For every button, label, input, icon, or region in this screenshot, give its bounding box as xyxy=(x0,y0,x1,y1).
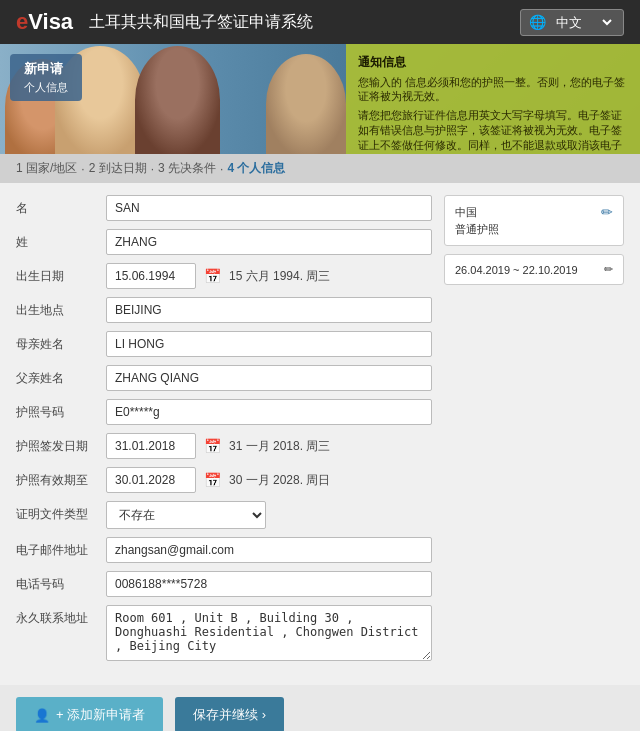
globe-icon: 🌐 xyxy=(529,14,546,30)
father-name-control xyxy=(106,365,432,391)
site-title: 土耳其共和国电子签证申请系统 xyxy=(89,12,313,33)
birth-date-row: 出生日期 📅 15 六月 1994. 周三 xyxy=(16,263,432,289)
button-row: 👤 + 添加新申请者 保存并继续 › xyxy=(0,685,640,731)
email-control xyxy=(106,537,432,563)
passport-number-input[interactable] xyxy=(106,399,432,425)
logo-visa: Visa xyxy=(28,9,73,34)
breadcrumb-step-3[interactable]: 3 先决条件 xyxy=(158,160,216,177)
breadcrumb-step-1[interactable]: 1 国家/地区 xyxy=(16,160,77,177)
address-textarea[interactable]: Room 601 , Unit B , Building 30 , Donghu… xyxy=(106,605,432,661)
person-3 xyxy=(135,46,220,154)
address-control: Room 601 , Unit B , Building 30 , Donghu… xyxy=(106,605,432,661)
mother-name-input[interactable] xyxy=(106,331,432,357)
passport-expiry-date-input[interactable] xyxy=(106,467,196,493)
address-row: 永久联系地址 Room 601 , Unit B , Building 30 ,… xyxy=(16,605,432,661)
date-edit-icon[interactable]: ✏ xyxy=(604,263,613,276)
phone-input[interactable] xyxy=(106,571,432,597)
language-selector[interactable]: 🌐 中文 English Türkçe xyxy=(520,9,624,36)
passport-issue-control: 📅 31 一月 2018. 周三 xyxy=(106,433,432,459)
passport-expiry-control: 📅 30 一月 2028. 周日 xyxy=(106,467,432,493)
new-application-badge: 新申请 个人信息 xyxy=(10,54,82,101)
phone-control xyxy=(106,571,432,597)
notice-title: 通知信息 xyxy=(358,54,628,71)
passport-issue-row: 护照签发日期 📅 31 一月 2018. 周三 xyxy=(16,433,432,459)
save-continue-button[interactable]: 保存并继续 › xyxy=(175,697,284,731)
passport-issue-calendar-icon[interactable]: 📅 xyxy=(204,438,221,454)
country-edit-icon[interactable]: ✏ xyxy=(601,204,613,220)
breadcrumb-separator-3: · xyxy=(220,162,223,176)
passport-expiry-calendar-icon[interactable]: 📅 xyxy=(204,472,221,488)
birth-date-calendar-icon[interactable]: 📅 xyxy=(204,268,221,284)
breadcrumb-step-4[interactable]: 4 个人信息 xyxy=(227,160,285,177)
mother-name-control xyxy=(106,331,432,357)
document-type-control: 不存在 身份证 其他 xyxy=(106,501,432,529)
logo-area: eVisa 土耳其共和国电子签证申请系统 xyxy=(16,9,313,35)
first-name-control xyxy=(106,195,432,221)
document-type-label: 证明文件类型 xyxy=(16,501,106,523)
date-range-card: 26.04.2019 ~ 22.10.2019 ✏ xyxy=(444,254,624,285)
email-input[interactable] xyxy=(106,537,432,563)
person-4 xyxy=(266,54,346,154)
address-label: 永久联系地址 xyxy=(16,605,106,627)
birth-place-label: 出生地点 xyxy=(16,297,106,319)
passport-number-row: 护照号码 xyxy=(16,399,432,425)
badge-subtitle: 个人信息 xyxy=(24,80,68,95)
document-type-select[interactable]: 不存在 身份证 其他 xyxy=(106,501,266,529)
passport-issue-display: 31 一月 2018. 周三 xyxy=(229,438,330,455)
passport-expiry-row: 护照有效期至 📅 30 一月 2028. 周日 xyxy=(16,467,432,493)
birth-date-control: 📅 15 六月 1994. 周三 xyxy=(106,263,432,289)
passport-expiry-display: 30 一月 2028. 周日 xyxy=(229,472,330,489)
last-name-label: 姓 xyxy=(16,229,106,251)
last-name-row: 姓 xyxy=(16,229,432,255)
content-layout: 名 姓 出生日期 📅 15 六月 1994. 周三 xyxy=(16,195,624,669)
birth-place-input[interactable] xyxy=(106,297,432,323)
add-applicant-label: + 添加新申请者 xyxy=(56,706,145,724)
passport-number-control xyxy=(106,399,432,425)
logo-e: e xyxy=(16,9,28,34)
passport-number-label: 护照号码 xyxy=(16,399,106,421)
breadcrumb-separator-2: · xyxy=(151,162,154,176)
language-dropdown[interactable]: 中文 English Türkçe xyxy=(552,14,615,31)
birth-date-label: 出生日期 xyxy=(16,263,106,285)
logo: eVisa xyxy=(16,9,73,35)
mother-name-row: 母亲姓名 xyxy=(16,331,432,357)
phone-row: 电话号码 xyxy=(16,571,432,597)
notice-text-1: 您输入的 信息必须和您的护照一整。否则，您的电子签证将被为视无效。 xyxy=(358,75,628,104)
notice-panel: 通知信息 您输入的 信息必须和您的护照一整。否则，您的电子签证将被为视无效。 请… xyxy=(346,44,640,154)
date-range-text: 26.04.2019 ~ 22.10.2019 xyxy=(455,264,578,276)
birth-date-display: 15 六月 1994. 周三 xyxy=(229,268,330,285)
breadcrumb: 1 国家/地区 · 2 到达日期 · 3 先决条件 · 4 个人信息 xyxy=(0,154,640,183)
notice-text-2: 请您把您旅行证件信息用英文大写字母填写。电子签证如有错误信息与护照字，该签证将被… xyxy=(358,108,628,154)
country-name: 中国 xyxy=(455,204,601,221)
birth-date-input[interactable] xyxy=(106,263,196,289)
header: eVisa 土耳其共和国电子签证申请系统 🌐 中文 English Türkçe xyxy=(0,0,640,44)
birth-place-row: 出生地点 xyxy=(16,297,432,323)
add-applicant-icon: 👤 xyxy=(34,708,50,723)
passport-issue-label: 护照签发日期 xyxy=(16,433,106,455)
birth-place-control xyxy=(106,297,432,323)
passport-expiry-label: 护照有效期至 xyxy=(16,467,106,489)
add-applicant-button[interactable]: 👤 + 添加新申请者 xyxy=(16,697,163,731)
last-name-control xyxy=(106,229,432,255)
phone-label: 电话号码 xyxy=(16,571,106,593)
badge-title: 新申请 xyxy=(24,60,68,78)
email-row: 电子邮件地址 xyxy=(16,537,432,563)
email-label: 电子邮件地址 xyxy=(16,537,106,559)
country-card: 中国 普通护照 ✏ xyxy=(444,195,624,246)
main-content: 名 姓 出生日期 📅 15 六月 1994. 周三 xyxy=(0,183,640,685)
father-name-input[interactable] xyxy=(106,365,432,391)
passport-issue-date-input[interactable] xyxy=(106,433,196,459)
save-continue-label: 保存并继续 › xyxy=(193,706,266,724)
last-name-input[interactable] xyxy=(106,229,432,255)
form-area: 名 姓 出生日期 📅 15 六月 1994. 周三 xyxy=(16,195,432,669)
hero-banner: 新申请 个人信息 通知信息 您输入的 信息必须和您的护照一整。否则，您的电子签证… xyxy=(0,44,640,154)
father-name-label: 父亲姓名 xyxy=(16,365,106,387)
mother-name-label: 母亲姓名 xyxy=(16,331,106,353)
breadcrumb-step-2[interactable]: 2 到达日期 xyxy=(89,160,147,177)
passport-type: 普通护照 xyxy=(455,221,601,238)
country-card-content: 中国 普通护照 xyxy=(455,204,601,237)
first-name-input[interactable] xyxy=(106,195,432,221)
document-type-row: 证明文件类型 不存在 身份证 其他 xyxy=(16,501,432,529)
right-panel: 中国 普通护照 ✏ 26.04.2019 ~ 22.10.2019 ✏ xyxy=(444,195,624,669)
breadcrumb-separator-1: · xyxy=(81,162,84,176)
